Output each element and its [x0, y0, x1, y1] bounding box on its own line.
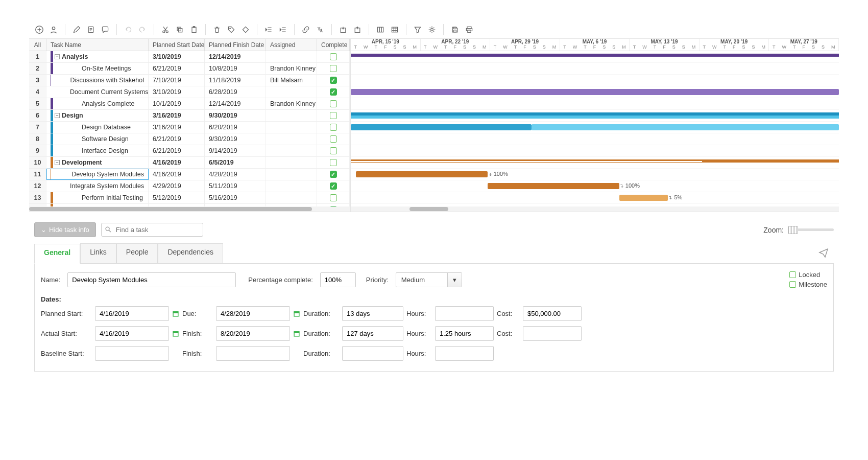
table-row[interactable]: 12Integrate System Modules4/29/20195/11/…: [29, 180, 350, 192]
assigned-cell[interactable]: Brandon Kinney: [266, 63, 317, 74]
planned-start-cell[interactable]: 6/21/2019: [149, 133, 205, 145]
redo-icon[interactable]: [137, 25, 148, 35]
planned-start-cell[interactable]: 6/21/2019: [149, 145, 205, 156]
task-name-cell[interactable]: Perform Initial Testing: [46, 192, 149, 203]
task-name-cell[interactable]: Document Current Systems: [46, 86, 149, 98]
person-icon[interactable]: [49, 25, 59, 35]
table-row[interactable]: 7Design Database3/16/20196/20/2019: [29, 122, 350, 133]
add-icon[interactable]: [34, 25, 44, 35]
assigned-cell[interactable]: [266, 192, 317, 203]
tab-people[interactable]: People: [116, 243, 158, 263]
task-bar[interactable]: [356, 171, 488, 177]
calendar-icon[interactable]: [293, 310, 300, 317]
planned-start-cell[interactable]: 4/16/2019: [149, 169, 205, 180]
checkbox-icon[interactable]: [330, 159, 337, 166]
save-icon[interactable]: [450, 25, 460, 35]
task-bar[interactable]: [351, 89, 839, 95]
summary-bar[interactable]: [351, 54, 839, 57]
task-name-cell[interactable]: Develop System Modules: [46, 169, 149, 180]
planned-start-cell[interactable]: 3/16/2019: [149, 122, 205, 133]
checkbox-icon[interactable]: [330, 112, 337, 119]
assigned-cell[interactable]: [266, 51, 317, 62]
checkbox-icon[interactable]: [330, 194, 337, 201]
assigned-cell[interactable]: Bill Malsam: [266, 75, 317, 86]
find-task-input[interactable]: [101, 223, 203, 237]
tag-icon[interactable]: [226, 25, 236, 35]
collapse-icon[interactable]: −: [55, 54, 60, 59]
task-name-cell[interactable]: On-Site Meetings: [46, 63, 149, 74]
complete-cell[interactable]: [317, 133, 350, 145]
table-row[interactable]: 2On-Site Meetings6/21/201910/8/2019Brand…: [29, 63, 350, 75]
undo-icon[interactable]: [123, 25, 133, 35]
timeline-body[interactable]: 100%↴100%↴5%↴100%↴: [351, 51, 839, 206]
col-complete[interactable]: Complete: [317, 39, 350, 51]
collapse-icon[interactable]: −: [55, 160, 60, 165]
tab-general[interactable]: General: [34, 244, 80, 264]
planned-finish-cell[interactable]: 6/5/2019: [205, 157, 266, 168]
priority-select[interactable]: Medium ▾: [396, 272, 462, 287]
summary-bar[interactable]: [351, 116, 839, 119]
checkbox-icon[interactable]: [330, 135, 337, 143]
planned-finish-cell[interactable]: 9/14/2019: [205, 145, 266, 156]
col-planned-finish[interactable]: Planned Finish Date: [205, 39, 266, 51]
duration-1-input[interactable]: [342, 306, 403, 321]
complete-cell[interactable]: [317, 192, 350, 203]
task-name-cell[interactable]: Interface Design: [46, 145, 149, 156]
checkbox-icon[interactable]: [330, 182, 337, 190]
finish-input[interactable]: [216, 326, 290, 341]
complete-cell[interactable]: [317, 122, 350, 133]
table-row[interactable]: 6−Design3/16/20199/30/2019: [29, 110, 350, 122]
planned-start-cell[interactable]: 3/10/2019: [149, 51, 205, 62]
planned-finish-cell[interactable]: 12/14/2019: [205, 51, 266, 62]
planned-start-cell[interactable]: 3/10/2019: [149, 86, 205, 98]
planned-finish-cell[interactable]: 10/8/2019: [205, 63, 266, 74]
columns-icon[interactable]: [375, 25, 385, 35]
complete-cell[interactable]: [317, 180, 350, 192]
indent-icon[interactable]: [278, 25, 288, 35]
checkbox-icon[interactable]: [330, 147, 337, 154]
hours-2-input[interactable]: [435, 326, 494, 341]
complete-cell[interactable]: [317, 157, 350, 168]
tab-dependencies[interactable]: Dependencies: [158, 243, 223, 263]
export-icon[interactable]: [352, 25, 363, 35]
gear-icon[interactable]: [427, 25, 437, 35]
duration-3-input[interactable]: [342, 346, 403, 361]
calendar-icon[interactable]: [293, 330, 300, 337]
planned-finish-cell[interactable]: 5/11/2019: [205, 180, 266, 192]
import-icon[interactable]: [338, 25, 348, 35]
table-row[interactable]: 8Software Design6/21/20199/30/2019: [29, 133, 350, 145]
checkbox-icon[interactable]: [330, 88, 337, 96]
complete-cell[interactable]: [317, 86, 350, 98]
task-bar[interactable]: [488, 183, 619, 189]
outdent-icon[interactable]: [263, 25, 274, 35]
print-icon[interactable]: [464, 25, 474, 35]
table-row[interactable]: 1−Analysis3/10/201912/14/2019: [29, 51, 350, 63]
gantt-hscroll[interactable]: [351, 206, 839, 212]
assigned-cell[interactable]: [266, 157, 317, 168]
zoom-slider[interactable]: [788, 228, 834, 231]
assigned-cell[interactable]: Brandon Kinney: [266, 98, 317, 109]
tab-links[interactable]: Links: [80, 243, 116, 263]
filter-icon[interactable]: [413, 25, 423, 35]
collapse-icon[interactable]: −: [55, 113, 60, 118]
task-name-cell[interactable]: Design Database: [46, 122, 149, 133]
assigned-cell[interactable]: [266, 169, 317, 180]
task-bar[interactable]: [351, 124, 532, 130]
planned-finish-cell[interactable]: 9/30/2019: [205, 110, 266, 121]
table-row[interactable]: 11Develop System Modules4/16/20194/28/20…: [29, 169, 350, 180]
planned-finish-cell[interactable]: 6/20/2019: [205, 122, 266, 133]
checkbox-icon[interactable]: [330, 65, 337, 72]
unlink-icon[interactable]: [315, 25, 325, 35]
task-name-cell[interactable]: Analysis Complete: [46, 98, 149, 109]
planned-start-cell[interactable]: 4/16/2019: [149, 157, 205, 168]
actual-start-input[interactable]: [95, 326, 169, 341]
grid-icon[interactable]: [390, 25, 400, 35]
table-row[interactable]: 4Document Current Systems3/10/20196/28/2…: [29, 86, 350, 98]
hours-3-input[interactable]: [435, 346, 494, 361]
planned-start-cell[interactable]: 7/10/2019: [149, 75, 205, 86]
due-input[interactable]: [216, 306, 290, 321]
planned-start-cell[interactable]: 4/29/2019: [149, 180, 205, 192]
planned-finish-cell[interactable]: 4/28/2019: [205, 169, 266, 180]
assigned-cell[interactable]: [266, 122, 317, 133]
task-name-cell[interactable]: Integrate System Modules: [46, 180, 149, 192]
